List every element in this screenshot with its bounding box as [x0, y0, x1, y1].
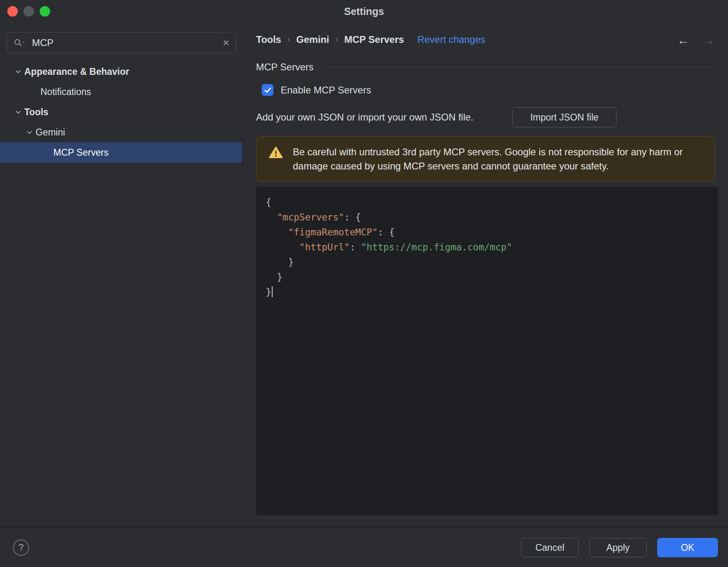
text-cursor	[272, 286, 273, 297]
sidebar-item-appearance-behavior[interactable]: Appearance & Behavior	[0, 61, 242, 82]
code-line: "figmaRemoteMCP": {	[266, 225, 718, 240]
ok-button[interactable]: OK	[657, 538, 718, 557]
breadcrumb-tools[interactable]: Tools	[256, 34, 281, 45]
history-navigation: ← →	[677, 33, 715, 48]
checkmark-icon	[264, 87, 271, 93]
breadcrumb: Tools › Gemini › MCP Servers Revert chan…	[256, 34, 485, 45]
breadcrumb-mcp-servers[interactable]: MCP Servers	[344, 34, 404, 45]
apply-button[interactable]: Apply	[589, 538, 647, 557]
dialog-footer: ? Cancel Apply OK	[0, 527, 728, 567]
revert-changes-link[interactable]: Revert changes	[417, 34, 485, 45]
code-lines: { "mcpServers": { "figmaRemoteMCP": { "h…	[266, 195, 718, 300]
sidebar-item-label: Appearance & Behavior	[24, 66, 129, 77]
breadcrumb-separator: ›	[335, 34, 338, 45]
sidebar-item-gemini[interactable]: Gemini	[0, 122, 242, 142]
warning-icon	[269, 146, 283, 161]
clear-search-icon[interactable]: ×	[223, 37, 229, 49]
code-line: "httpUrl": "https://mcp.figma.com/mcp"	[266, 240, 718, 255]
add-json-row: Add your own JSON or import your own JSO…	[256, 107, 718, 127]
chevron-down-icon[interactable]	[12, 110, 24, 114]
section-title: MCP Servers	[256, 61, 313, 73]
enable-mcp-checkbox[interactable]	[262, 84, 273, 96]
add-json-text: Add your own JSON or import your own JSO…	[256, 112, 474, 123]
chevron-down-icon[interactable]	[12, 70, 24, 74]
help-icon: ?	[18, 542, 23, 553]
sidebar-item-notifications[interactable]: Notifications	[0, 82, 242, 102]
enable-mcp-row: Enable MCP Servers	[262, 84, 371, 96]
section-header: MCP Servers	[256, 61, 718, 73]
code-line: {	[266, 195, 718, 210]
code-line: "mcpServers": {	[266, 210, 718, 225]
sidebar-item-label: Gemini	[36, 127, 65, 138]
settings-sidebar: × Appearance & Behavior Notifications To…	[0, 23, 243, 527]
help-button[interactable]: ?	[13, 539, 29, 556]
json-editor[interactable]: { "mcpServers": { "figmaRemoteMCP": { "h…	[256, 187, 718, 515]
import-json-button[interactable]: Import JSON file	[512, 107, 616, 127]
sidebar-item-label: Tools	[24, 107, 49, 118]
sidebar-item-tools[interactable]: Tools	[0, 102, 242, 122]
code-line: }	[266, 285, 718, 300]
sidebar-item-mcp-servers[interactable]: MCP Servers	[0, 142, 242, 163]
section-divider	[322, 67, 718, 68]
sidebar-item-label: MCP Servers	[53, 147, 108, 158]
sidebar-item-label: Notifications	[40, 87, 91, 97]
search-input[interactable]	[32, 37, 223, 49]
settings-search-field[interactable]: ×	[6, 32, 236, 53]
breadcrumb-separator: ›	[287, 34, 290, 45]
code-line: }	[266, 270, 718, 285]
search-icon[interactable]	[13, 38, 26, 48]
warning-text: Be careful with untrusted 3rd party MCP …	[293, 145, 700, 173]
title-bar: Settings	[0, 0, 728, 23]
breadcrumb-gemini[interactable]: Gemini	[296, 34, 329, 45]
code-line: }	[266, 255, 718, 270]
enable-mcp-label: Enable MCP Servers	[281, 85, 371, 96]
back-arrow-icon[interactable]: ←	[677, 33, 690, 48]
chevron-down-icon[interactable]	[23, 131, 36, 134]
forward-arrow-icon[interactable]: →	[703, 33, 715, 48]
settings-tree: Appearance & Behavior Notifications Tool…	[0, 61, 242, 163]
window-title: Settings	[0, 6, 728, 17]
footer-buttons: Cancel Apply OK	[521, 538, 718, 557]
settings-content: Tools › Gemini › MCP Servers Revert chan…	[243, 23, 728, 527]
warning-banner: Be careful with untrusted 3rd party MCP …	[256, 136, 715, 182]
cancel-button[interactable]: Cancel	[521, 538, 579, 557]
settings-window: Settings × Appearance & Behavior	[0, 0, 728, 567]
